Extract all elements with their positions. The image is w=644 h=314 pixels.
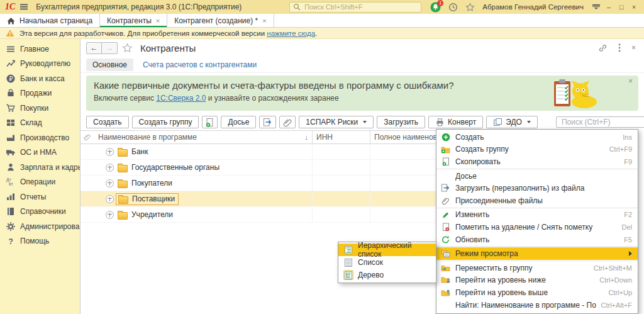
- load-from-file-button[interactable]: [259, 116, 276, 128]
- sidebar-item-help[interactable]: ? Помощь: [0, 234, 80, 249]
- global-search-box[interactable]: [289, 2, 421, 13]
- get-link-icon[interactable]: [598, 43, 608, 53]
- menu-item-attached-files[interactable]: Присоединенные файлы: [436, 194, 638, 207]
- dossier-button[interactable]: Досье: [221, 116, 256, 128]
- menu-item-refresh[interactable]: Обновить F5: [436, 233, 638, 246]
- sidebar-item-reports[interactable]: Отчеты: [0, 189, 80, 205]
- window-minimize-button[interactable]: –: [602, 3, 615, 11]
- sidebar-item-label: Покупки: [20, 104, 48, 113]
- buy-version-link[interactable]: нажмите сюда: [267, 30, 315, 37]
- sidebar-item-production[interactable]: Производство: [0, 130, 80, 145]
- favorites-button[interactable]: [465, 3, 475, 12]
- menu-item-copy[interactable]: Скопировать F9: [436, 155, 638, 168]
- sidebar-item-fixed-assets[interactable]: ОС и НМА: [0, 145, 80, 160]
- sidebar-item-warehouse[interactable]: Склад: [0, 116, 80, 131]
- load-button[interactable]: Загрузить: [377, 116, 425, 128]
- folder-icon: [118, 181, 128, 188]
- folder-move-icon: [441, 264, 450, 272]
- current-user[interactable]: Абрамов Геннадий Сергеевич: [482, 3, 584, 11]
- tab-counterparty-new[interactable]: Контрагент (создание) * ×: [167, 14, 274, 27]
- create-group-button[interactable]: Создать группу: [132, 116, 199, 128]
- search-icon: [293, 3, 301, 11]
- menu-item-create[interactable]: Создать Ins: [436, 131, 638, 143]
- sidebar-item-directories[interactable]: Справочники: [0, 205, 80, 220]
- column-inn[interactable]: ИНН: [313, 131, 370, 143]
- sidebar-item-salary-hr[interactable]: Зарплата и кадры: [0, 160, 80, 175]
- folder-icon: [118, 196, 128, 204]
- menu-item-level-down[interactable]: Перейти на уровень ниже Ctrl+Down: [436, 274, 638, 287]
- folder-arrow-down-icon: [441, 276, 450, 284]
- tab-counterparties[interactable]: Контрагенты ×: [99, 14, 167, 27]
- more-options-icon[interactable]: [618, 43, 621, 52]
- list-search-input[interactable]: [560, 117, 644, 127]
- sidebar-item-label: Продажи: [20, 89, 52, 98]
- favorite-star-icon[interactable]: [122, 43, 133, 53]
- spark-risks-button[interactable]: 1СПАРК Риски: [299, 116, 374, 128]
- window-maximize-button[interactable]: □: [615, 3, 628, 11]
- sidebar-item-main[interactable]: Главное: [0, 42, 80, 57]
- nav-back-button[interactable]: ←: [86, 42, 102, 54]
- nav-tab-main[interactable]: Основное: [86, 59, 133, 71]
- menu-item-view-mode[interactable]: Режим просмотра: [436, 247, 638, 260]
- menu-item-dossier[interactable]: Досье: [436, 170, 638, 182]
- list-toolbar: Создать Создать группу Досье 1СПАРК Риск…: [80, 114, 644, 130]
- sidebar-item-administration[interactable]: Администрирование: [0, 219, 80, 234]
- submenu-item-label: Список: [358, 258, 383, 267]
- expand-icon[interactable]: [106, 164, 114, 172]
- window-close-button[interactable]: ×: [628, 3, 640, 11]
- menu-item-mark-deletion[interactable]: Пометить на удаление / Снять пометку Del: [436, 221, 638, 233]
- pencil-icon: [441, 211, 450, 219]
- menu-lines-icon: [6, 44, 16, 54]
- menu-item-move-to-group[interactable]: Переместить в группу Ctrl+Shift+M: [436, 262, 638, 274]
- menu-item-load-from-file[interactable]: Загрузить (перезаполнить) из файла: [436, 182, 638, 194]
- history-button[interactable]: [448, 3, 458, 12]
- service-menu-icon[interactable]: [592, 4, 600, 9]
- expand-icon[interactable]: [106, 148, 114, 156]
- create-button[interactable]: Создать: [86, 116, 129, 128]
- promo-text: Включите сервис 1С:Сверка 2.0 и узнавайт…: [94, 94, 631, 103]
- expand-icon[interactable]: [106, 195, 114, 203]
- plus-circle-icon: [441, 133, 450, 142]
- submenu-item-hierarchical-list[interactable]: Иерархический список: [338, 244, 436, 256]
- edo-button[interactable]: ЭДО: [486, 116, 538, 128]
- sverka-link[interactable]: 1С:Сверка 2.0: [156, 94, 206, 103]
- copy-button[interactable]: [202, 116, 218, 128]
- promo-close-icon[interactable]: ×: [628, 77, 633, 86]
- row-label: Государственные органы: [131, 163, 219, 172]
- nav-link-settlement-accounts[interactable]: Счета расчетов с контрагентами: [143, 60, 257, 69]
- attached-files-button[interactable]: [279, 116, 296, 128]
- column-name[interactable]: Наименование в программе ↓: [93, 131, 313, 143]
- tab-bar: Начальная страница Контрагенты × Контраг…: [0, 14, 644, 28]
- svg-text:Кт: Кт: [9, 182, 13, 186]
- menu-item-level-up[interactable]: Перейти на уровень выше Ctrl+Up: [436, 286, 638, 299]
- sidebar-item-bank-cash[interactable]: Банк и касса: [0, 71, 80, 86]
- submenu-item-tree[interactable]: Дерево: [338, 269, 436, 281]
- main-menu-icon[interactable]: [19, 3, 28, 11]
- selected-cell: Поставщики: [116, 193, 179, 205]
- nav-forward-button[interactable]: →: [102, 42, 118, 54]
- sidebar-item-purchases[interactable]: Покупки: [0, 101, 80, 116]
- sidebar-item-sales[interactable]: Продажи: [0, 86, 80, 101]
- tab-close-icon[interactable]: ×: [156, 17, 160, 25]
- tab-home[interactable]: Начальная страница: [0, 14, 99, 27]
- tab-close-icon[interactable]: ×: [262, 17, 266, 25]
- menu-item-create-group[interactable]: Создать группу Ctrl+F9: [436, 143, 638, 156]
- menu-separator: [436, 246, 638, 247]
- menu-item-find[interactable]: Найти: Наименование в программе - Постав…: [436, 299, 638, 311]
- expand-icon[interactable]: [106, 179, 114, 188]
- gear-icon: [6, 221, 16, 232]
- expand-icon[interactable]: [106, 211, 114, 219]
- sidebar-item-manager[interactable]: Руководителю: [0, 57, 80, 72]
- dt-kt-icon: ДтКт: [6, 177, 16, 187]
- list-icon: [345, 259, 352, 267]
- sidebar-item-operations[interactable]: ДтКт Операции: [0, 175, 80, 190]
- sidebar-item-label: ОС и НМА: [20, 148, 57, 157]
- menu-item-edit[interactable]: Изменить F2: [436, 209, 638, 221]
- list-search-box[interactable]: ×: [556, 116, 644, 128]
- bar-chart-icon: [6, 192, 16, 202]
- menu-item-advanced-search[interactable]: Расширенный поиск Alt+F: [436, 311, 638, 314]
- global-search-input[interactable]: [303, 3, 418, 11]
- envelope-button[interactable]: Конверт: [428, 116, 483, 128]
- close-form-icon[interactable]: ×: [631, 43, 636, 52]
- notifications-button[interactable]: 1: [430, 2, 441, 13]
